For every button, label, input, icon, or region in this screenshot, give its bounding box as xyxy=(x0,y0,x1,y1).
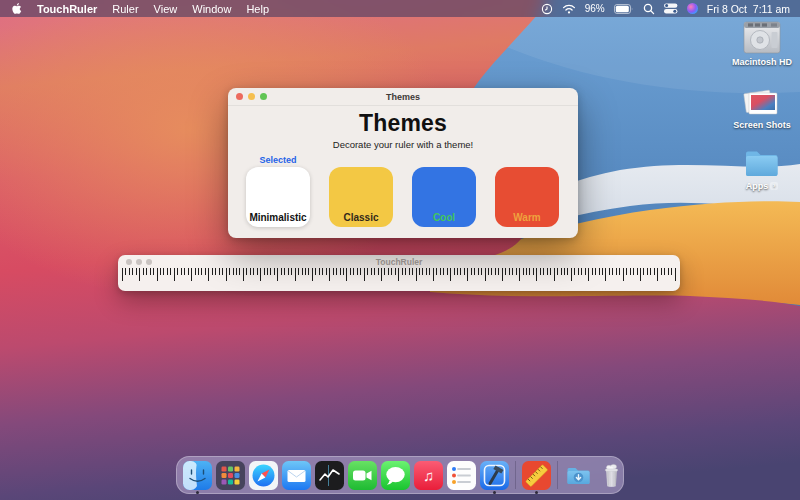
ruler-tick xyxy=(264,268,265,275)
photos-stack-icon xyxy=(741,88,783,118)
menu-help[interactable]: Help xyxy=(246,3,269,15)
ruler-tick xyxy=(153,268,154,275)
ruler-tick xyxy=(371,268,372,275)
dock-downloads-folder-icon[interactable] xyxy=(564,461,593,490)
running-indicator xyxy=(493,491,496,494)
desktop-label: Macintosh HD xyxy=(732,57,792,67)
ruler-tick xyxy=(654,268,655,275)
dock-reminders-icon[interactable] xyxy=(447,461,476,490)
ruler-tick xyxy=(533,268,534,275)
ruler-tick xyxy=(561,268,562,275)
ruler-tick xyxy=(181,268,182,275)
theme-swatch-warm[interactable]: Warm xyxy=(495,167,559,227)
ruler-tick xyxy=(440,268,441,275)
minimize-button[interactable] xyxy=(248,93,255,100)
theme-swatch-cool[interactable]: Cool xyxy=(412,167,476,227)
ruler-tick xyxy=(167,268,168,275)
themes-titlebar[interactable]: Themes xyxy=(228,88,578,106)
ruler-tick xyxy=(160,268,161,275)
ruler-tick xyxy=(550,268,551,275)
ruler-tick xyxy=(391,268,392,275)
ruler-tick xyxy=(212,268,213,275)
swatch-label: Minimalistic xyxy=(246,212,310,223)
ruler-tick xyxy=(205,268,206,275)
ruler-tick xyxy=(571,268,572,281)
window-title: TouchRuler xyxy=(118,257,680,267)
ruler-tick xyxy=(419,268,420,275)
clock-status-icon[interactable] xyxy=(541,3,553,15)
close-button[interactable] xyxy=(126,259,132,265)
menu-view[interactable]: View xyxy=(154,3,178,15)
ruler-tick xyxy=(388,268,389,275)
ruler-tick xyxy=(319,268,320,275)
ruler-tick xyxy=(229,268,230,275)
ruler-tick xyxy=(132,268,133,275)
ruler-tick xyxy=(277,268,278,281)
menu-app-name[interactable]: TouchRuler xyxy=(37,3,97,15)
apple-menu[interactable] xyxy=(11,2,22,15)
spotlight-icon[interactable] xyxy=(643,3,655,15)
ruler-tick xyxy=(516,268,517,275)
dock-safari-icon[interactable] xyxy=(249,461,278,490)
dock-mail-icon[interactable] xyxy=(282,461,311,490)
theme-swatch-classic[interactable]: Classic xyxy=(329,167,393,227)
ruler-tick xyxy=(177,268,178,275)
ruler-tick xyxy=(350,268,351,275)
dock-music-icon[interactable]: ♫ xyxy=(414,461,443,490)
battery-icon[interactable] xyxy=(614,4,634,14)
ruler-tick xyxy=(581,268,582,275)
siri-icon[interactable] xyxy=(687,3,698,14)
themes-subtitle: Decorate your ruler with a theme! xyxy=(228,139,578,150)
ruler-tick xyxy=(312,268,313,281)
ruler-tick xyxy=(454,268,455,275)
dock-finder-icon[interactable] xyxy=(183,461,212,490)
ruler-tick xyxy=(633,268,634,275)
menu-bar-clock[interactable]: Fri 8 Oct 7:11 am xyxy=(707,3,790,15)
ruler-tick xyxy=(250,268,251,275)
ruler-tick xyxy=(523,268,524,275)
desktop-icon-screen-shots[interactable]: Screen Shots xyxy=(724,88,800,130)
menu-ruler[interactable]: Ruler xyxy=(112,3,138,15)
ruler-tick xyxy=(478,268,479,275)
ruler-tick xyxy=(488,268,489,275)
dock-facetime-icon[interactable] xyxy=(348,461,377,490)
ruler-tick xyxy=(291,268,292,275)
theme-swatches: Minimalistic Classic Cool Warm xyxy=(246,167,560,227)
ruler-tick xyxy=(398,268,399,281)
ruler-tick xyxy=(467,268,468,281)
dock-trash-icon[interactable] xyxy=(597,461,626,490)
ruler-tick xyxy=(215,268,216,275)
ruler-tick xyxy=(557,268,558,275)
ruler-titlebar[interactable]: TouchRuler xyxy=(118,255,680,268)
ruler-tick xyxy=(612,268,613,275)
dock-launchpad-icon[interactable] xyxy=(216,461,245,490)
ruler-tick xyxy=(274,268,275,275)
dock-touchruler-icon[interactable] xyxy=(522,461,551,490)
desktop-icon-apps-folder[interactable]: Apps › xyxy=(724,145,800,191)
zoom-button[interactable] xyxy=(146,259,152,265)
ruler-tick xyxy=(588,268,589,281)
ruler-tick xyxy=(547,268,548,275)
dock-xcode-icon[interactable] xyxy=(480,461,509,490)
ruler-tick xyxy=(626,268,627,275)
ruler-tick xyxy=(163,268,164,275)
ruler-tick xyxy=(595,268,596,275)
theme-swatch-minimalistic[interactable]: Minimalistic xyxy=(246,167,310,227)
zoom-button[interactable] xyxy=(260,93,267,100)
menu-window[interactable]: Window xyxy=(192,3,231,15)
ruler-tick xyxy=(443,268,444,275)
dock-messages-icon[interactable] xyxy=(381,461,410,490)
ruler-tick xyxy=(464,268,465,275)
ruler-tick xyxy=(671,268,672,275)
ruler-tick xyxy=(384,268,385,275)
desktop-icon-macintosh-hd[interactable]: Macintosh HD xyxy=(724,19,800,67)
wifi-icon[interactable] xyxy=(562,3,576,14)
ruler-tick xyxy=(360,268,361,275)
ruler-tick xyxy=(637,268,638,275)
ruler-tick xyxy=(574,268,575,275)
minimize-button[interactable] xyxy=(136,259,142,265)
dock-stocks-icon[interactable] xyxy=(315,461,344,490)
control-center-icon[interactable] xyxy=(664,3,678,14)
close-button[interactable] xyxy=(236,93,243,100)
ruler-tick xyxy=(260,268,261,281)
